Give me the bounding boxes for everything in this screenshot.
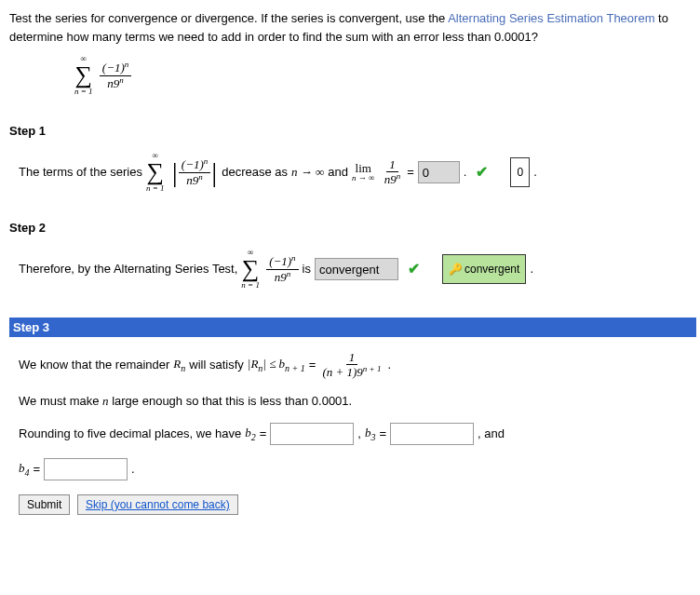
step1-hint: 0 [510, 157, 530, 187]
step1-text3: and [328, 159, 348, 186]
step1-answer-input[interactable] [418, 161, 460, 183]
step2-text2: is [303, 256, 311, 283]
step3-header: Step 3 [9, 318, 696, 337]
step2-header: Step 2 [9, 221, 689, 235]
key-icon: 🔑 [449, 263, 463, 276]
step1-row: The terms of the series ∞ ∑ n = 1 (−1)n … [19, 152, 689, 193]
b3-input[interactable] [390, 423, 474, 445]
step1-text2: decrease as [222, 159, 288, 186]
theorem-link[interactable]: Alternating Series Estimation Theorem [448, 11, 654, 25]
skip-button[interactable]: Skip (you cannot come back) [77, 494, 238, 515]
step1-arrow: n → ∞ [291, 159, 324, 186]
step1-text1: The terms of the series [19, 159, 142, 186]
step3-line2: We must make n large enough so that this… [19, 394, 352, 408]
b2-input[interactable] [270, 423, 354, 445]
check-icon: ✔ [476, 156, 488, 188]
submit-button[interactable]: Submit [19, 494, 70, 515]
step2-text1: Therefore, by the Alternating Series Tes… [19, 256, 237, 283]
step2-row: Therefore, by the Alternating Series Tes… [19, 249, 689, 290]
step3-line1b: will satisfy [189, 357, 244, 373]
main-series: ∞ ∑ n = 1 (−1)n n9n [74, 55, 689, 96]
question-part1: Test the series for convergence or diver… [9, 11, 448, 25]
step1-header: Step 1 [9, 124, 689, 138]
step3-line3a: Rounding to five decimal places, we have [19, 426, 241, 442]
sum-bottom: n = 1 [74, 88, 93, 96]
step1-eq: = [407, 159, 414, 186]
b4-input[interactable] [44, 458, 128, 480]
step2-hint: 🔑convergent [442, 254, 526, 284]
check-icon: ✔ [408, 252, 420, 285]
question-text: Test the series for convergence or diver… [9, 9, 689, 46]
step2-answer-input[interactable] [315, 258, 398, 280]
step3-line1a: We know that the remainder [19, 357, 169, 373]
